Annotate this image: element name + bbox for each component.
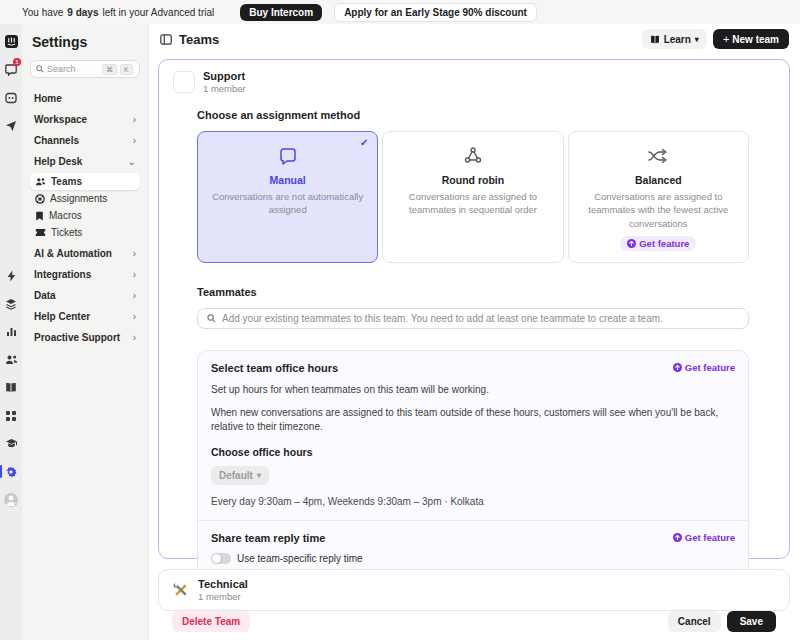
assignment-method-heading: Choose an assignment method — [197, 109, 749, 121]
chevron-right-icon: › — [133, 114, 136, 125]
teammates-input[interactable] — [222, 313, 739, 324]
learn-button[interactable]: Learn ▾ — [642, 29, 707, 49]
sidebar-item-home[interactable]: Home — [30, 88, 140, 109]
save-button[interactable]: Save — [727, 611, 776, 632]
academy-graduation-cap-icon[interactable] — [0, 435, 22, 452]
office-hours-dropdown[interactable]: Default ▾ — [211, 466, 269, 485]
k-key-badge: K — [120, 64, 133, 75]
trial-days: 9 days — [67, 7, 98, 18]
sidebar-item-ai-automation[interactable]: AI & Automation › — [30, 243, 140, 264]
sidebar-item-proactive-support[interactable]: Proactive Support › — [30, 327, 140, 348]
chat-bubble-icon — [278, 146, 298, 166]
sidebar-item-teams[interactable]: Teams — [30, 173, 140, 190]
lightning-icon[interactable] — [0, 267, 22, 284]
method-card-round-robin[interactable]: Round robin Conversations are assigned t… — [382, 131, 563, 263]
sidebar-item-assignments[interactable]: Assignments — [30, 190, 140, 207]
office-hours-schedule: Every day 9:30am – 4pm, Weekends 9:30am … — [211, 496, 735, 507]
fin-ai-icon[interactable] — [0, 89, 22, 106]
get-feature-link[interactable]: Get feature — [673, 532, 735, 543]
intercom-logo-icon[interactable] — [0, 33, 22, 50]
team-editor-card: Support 1 member Choose an assignment me… — [158, 59, 790, 559]
office-hours-heading: Select team office hours — [211, 362, 338, 374]
office-hours-section: Select team office hours Get feature Set… — [198, 351, 748, 520]
sidebar-item-macros[interactable]: Macros — [30, 207, 140, 224]
search-icon — [207, 314, 216, 323]
chevron-down-icon: ⌄ — [128, 156, 136, 167]
teams-icon — [35, 177, 46, 186]
chevron-right-icon: › — [133, 135, 136, 146]
teammates-heading: Teammates — [197, 286, 749, 298]
knowledge-book-icon[interactable] — [0, 379, 22, 396]
macros-icon — [35, 211, 44, 221]
online-status-dot — [14, 503, 18, 507]
choose-office-hours-label: Choose office hours — [211, 446, 735, 458]
collapse-sidebar-icon[interactable] — [160, 34, 172, 45]
upgrade-arrow-icon — [673, 533, 682, 542]
reply-time-toggle-label: Use team-specific reply time — [237, 553, 363, 564]
reply-time-heading: Share team reply time — [211, 532, 325, 544]
cancel-button[interactable]: Cancel — [668, 611, 721, 632]
new-team-button[interactable]: + New team — [713, 29, 789, 49]
trial-text-suffix: left in your Advanced trial — [102, 7, 214, 18]
sidebar-item-workspace[interactable]: Workspace › — [30, 109, 140, 130]
apps-grid-icon[interactable] — [0, 407, 22, 424]
contacts-people-icon[interactable] — [0, 351, 22, 368]
chevron-right-icon: › — [133, 332, 136, 343]
team-row-technical[interactable]: Technical 1 member — [158, 569, 790, 611]
layers-icon[interactable] — [0, 295, 22, 312]
shuffle-icon — [647, 147, 669, 165]
upgrade-arrow-icon — [673, 363, 682, 372]
settings-gear-icon[interactable] — [0, 463, 22, 480]
sidebar-title: Settings — [32, 34, 140, 50]
caret-down-icon: ▾ — [257, 471, 261, 480]
chevron-right-icon: › — [133, 290, 136, 301]
get-feature-link[interactable]: Get feature — [673, 362, 735, 373]
upgrade-arrow-icon — [627, 239, 636, 248]
inbox-icon[interactable]: 1 — [0, 61, 22, 78]
buy-intercom-button[interactable]: Buy Intercom — [240, 4, 322, 21]
office-hours-line1: Set up hours for when teammates on this … — [211, 383, 735, 397]
outbound-paper-plane-icon[interactable] — [0, 117, 22, 134]
plus-icon: + — [723, 33, 729, 45]
sidebar-item-integrations[interactable]: Integrations › — [30, 264, 140, 285]
delete-team-button[interactable]: Delete Team — [172, 611, 250, 632]
inbox-badge: 1 — [13, 58, 21, 66]
caret-down-icon: ▾ — [695, 35, 699, 44]
chevron-right-icon: › — [133, 248, 136, 259]
search-icon — [36, 65, 44, 73]
chevron-right-icon: › — [133, 269, 136, 280]
assignments-icon — [35, 194, 45, 204]
reports-chart-icon[interactable] — [0, 323, 22, 340]
assignment-method-options: ✓ Manual Conversations are not automatic… — [197, 131, 749, 263]
method-card-manual[interactable]: ✓ Manual Conversations are not automatic… — [197, 131, 378, 263]
method-card-balanced[interactable]: Balanced Conversations are assigned to t… — [568, 131, 749, 263]
search-input[interactable] — [47, 64, 99, 74]
team-member-count: 1 member — [198, 591, 248, 602]
team-member-count: 1 member — [203, 83, 246, 94]
sidebar-search[interactable]: ⌘ K — [30, 60, 140, 78]
tickets-icon — [35, 228, 46, 237]
settings-sidebar: Settings ⌘ K Home Workspace › Channels ›… — [22, 24, 149, 640]
profile-avatar[interactable] — [0, 491, 22, 508]
sidebar-item-channels[interactable]: Channels › — [30, 130, 140, 151]
cmd-key-badge: ⌘ — [102, 64, 117, 75]
team-emoji-picker[interactable] — [173, 71, 195, 93]
trial-banner: You have 9 days left in your Advanced tr… — [0, 0, 800, 24]
sidebar-item-tickets[interactable]: Tickets — [30, 224, 140, 241]
reply-time-toggle[interactable] — [211, 553, 231, 564]
page-title: Teams — [179, 32, 219, 47]
get-feature-badge[interactable]: Get feature — [620, 236, 696, 251]
teammates-search-field[interactable] — [197, 308, 749, 329]
trial-text-prefix: You have — [22, 7, 63, 18]
round-robin-icon — [462, 146, 484, 166]
team-settings-panel: Select team office hours Get feature Set… — [197, 350, 749, 601]
office-hours-line2: When new conversations are assigned to t… — [211, 406, 735, 434]
sidebar-item-help-center[interactable]: Help Center › — [30, 306, 140, 327]
app-icon-rail: 1 — [0, 24, 22, 640]
sidebar-item-help-desk[interactable]: Help Desk ⌄ — [30, 151, 140, 172]
hammer-wrench-icon — [172, 582, 189, 599]
sidebar-item-data[interactable]: Data › — [30, 285, 140, 306]
early-stage-discount-button[interactable]: Apply for an Early Stage 90% discount — [334, 3, 537, 22]
check-icon: ✓ — [360, 137, 368, 148]
team-name: Technical — [198, 578, 248, 590]
